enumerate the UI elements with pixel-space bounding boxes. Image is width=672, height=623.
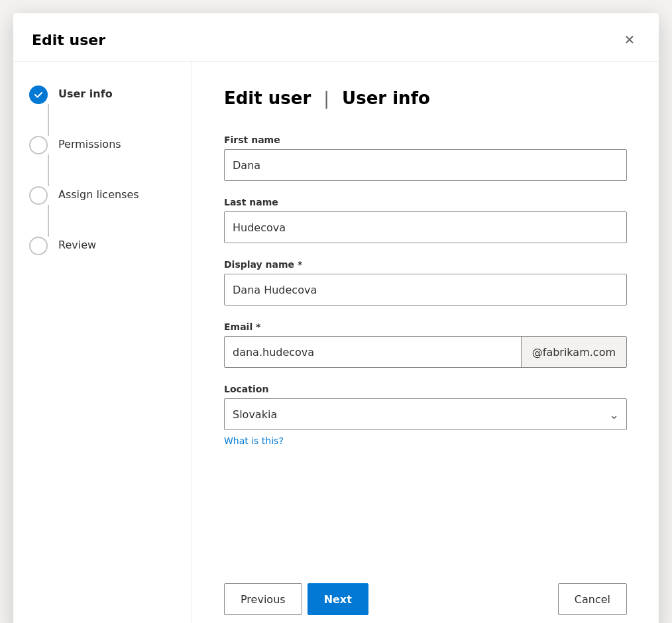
- previous-button[interactable]: Previous: [224, 583, 302, 615]
- main-content: Edit user | User info First name Last na…: [192, 62, 659, 623]
- what-is-this-link[interactable]: What is this?: [224, 435, 284, 446]
- check-icon: [34, 90, 43, 99]
- display-name-group: Display name *: [224, 259, 627, 306]
- step-circle-permissions: [29, 136, 48, 154]
- step-circle-assign-licenses: [29, 186, 48, 205]
- location-select[interactable]: Slovakia United States Germany France Un…: [224, 398, 627, 430]
- cancel-button[interactable]: Cancel: [558, 583, 627, 615]
- content-title: Edit user | User info: [224, 88, 627, 108]
- next-button[interactable]: Next: [308, 583, 368, 615]
- last-name-label: Last name: [224, 197, 627, 207]
- last-name-input[interactable]: [224, 211, 627, 243]
- step-label-review: Review: [58, 237, 96, 251]
- step-label-user-info: User info: [58, 85, 113, 100]
- content-title-suffix: User info: [342, 88, 430, 108]
- close-button[interactable]: ✕: [619, 29, 640, 50]
- close-icon: ✕: [624, 32, 636, 48]
- first-name-input[interactable]: [224, 149, 627, 181]
- email-username-input[interactable]: [225, 337, 521, 367]
- content-title-prefix: Edit user: [224, 88, 311, 108]
- first-name-group: First name: [224, 135, 627, 181]
- step-permissions[interactable]: Permissions: [29, 136, 176, 186]
- step-review[interactable]: Review: [29, 237, 176, 255]
- display-name-label: Display name *: [224, 259, 627, 270]
- email-domain-display: @fabrikam.com: [521, 337, 626, 367]
- location-select-group: Slovakia United States Germany France Un…: [224, 398, 627, 430]
- dialog-header: Edit user ✕: [13, 13, 659, 62]
- step-circle-user-info: [29, 85, 48, 104]
- content-title-separator: |: [323, 88, 329, 108]
- step-label-permissions: Permissions: [58, 136, 121, 150]
- email-field-group: @fabrikam.com: [224, 336, 627, 368]
- location-label: Location: [224, 384, 627, 394]
- dialog-body: User info Permissions Assign licenses: [13, 62, 659, 623]
- steps-sidebar: User info Permissions Assign licenses: [13, 62, 192, 623]
- location-group: Location Slovakia United States Germany …: [224, 384, 627, 447]
- step-user-info[interactable]: User info: [29, 85, 176, 136]
- email-group: Email * @fabrikam.com: [224, 321, 627, 368]
- step-circle-review: [29, 237, 48, 255]
- first-name-label: First name: [224, 135, 627, 145]
- edit-user-dialog: Edit user ✕ User info: [13, 13, 659, 623]
- last-name-group: Last name: [224, 197, 627, 243]
- dialog-title: Edit user: [32, 32, 105, 48]
- email-label: Email *: [224, 321, 627, 332]
- form-actions: Previous Next Cancel: [224, 562, 627, 615]
- display-name-input[interactable]: [224, 274, 627, 306]
- step-assign-licenses[interactable]: Assign licenses: [29, 186, 176, 237]
- step-label-assign-licenses: Assign licenses: [58, 186, 139, 201]
